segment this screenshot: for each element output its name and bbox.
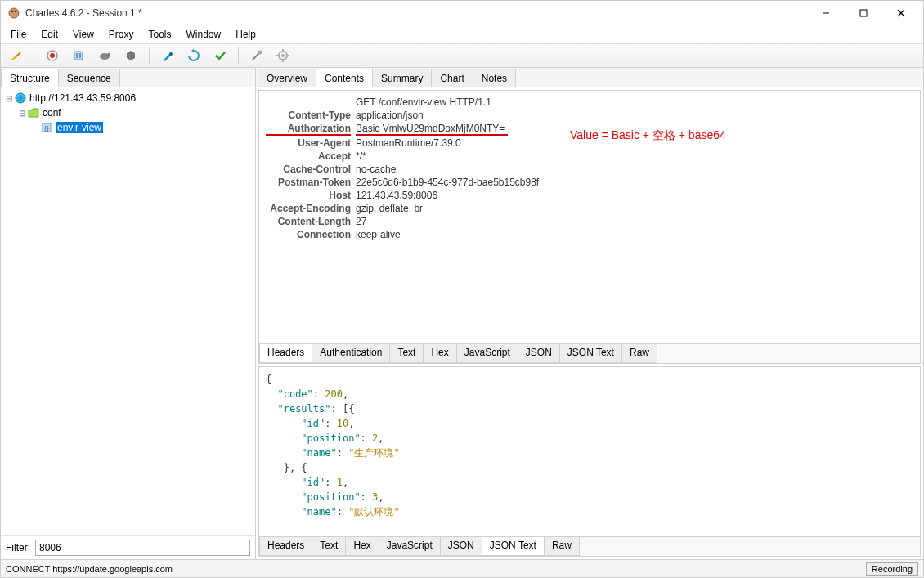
app-icon: [7, 7, 20, 20]
menu-view[interactable]: View: [66, 27, 101, 42]
request-first-line: GET /conf/envir-view HTTP/1.1: [356, 96, 913, 108]
header-row: Accept*/*: [266, 150, 913, 163]
svg-rect-12: [79, 53, 81, 58]
recording-indicator[interactable]: Recording: [866, 562, 918, 576]
tab-sequence[interactable]: Sequence: [58, 69, 120, 87]
svg-point-16: [169, 52, 173, 56]
resp-subtab-raw[interactable]: Raw: [544, 537, 580, 556]
header-value: Basic VmlwU29mdDoxMjM0NTY=: [356, 123, 508, 136]
svg-marker-17: [191, 49, 194, 52]
right-pane: OverviewContentsSummaryChartNotes GET /c…: [256, 68, 923, 559]
tree-folder-row[interactable]: ⊟ conf: [2, 105, 253, 120]
detail-tab-summary[interactable]: Summary: [372, 69, 432, 87]
svg-point-1: [11, 11, 14, 13]
header-value: 121.43.43.59:8006: [356, 190, 913, 201]
minimize-button[interactable]: [807, 1, 845, 25]
turtle-icon[interactable]: [95, 46, 114, 65]
svg-marker-15: [127, 51, 135, 60]
menu-tools[interactable]: Tools: [142, 27, 178, 42]
resp-subtab-text[interactable]: Text: [312, 537, 346, 556]
pen-icon[interactable]: [158, 46, 177, 65]
validate-icon[interactable]: [210, 46, 230, 65]
filter-input[interactable]: [35, 540, 250, 556]
breakpoint-icon[interactable]: [121, 46, 141, 65]
header-value: application/json: [356, 110, 913, 121]
maximize-button[interactable]: [845, 1, 882, 25]
svg-point-9: [50, 53, 55, 58]
header-value: 27: [356, 216, 913, 227]
header-row: Cache-Controlno-cache: [266, 163, 913, 176]
response-json-view[interactable]: { "code": 200, "results": [{ "id": 10, "…: [259, 367, 920, 536]
collapse-icon[interactable]: ⊟: [4, 94, 14, 103]
response-pane: { "code": 200, "results": [{ "id": 10, "…: [258, 366, 921, 557]
req-subtab-text[interactable]: Text: [389, 344, 424, 363]
status-text: CONNECT https://update.googleapis.com: [6, 564, 173, 574]
header-key: Host: [266, 190, 351, 201]
tab-structure[interactable]: Structure: [1, 69, 59, 87]
header-key: Cache-Control: [266, 164, 351, 175]
req-subtab-authentication[interactable]: Authentication: [312, 344, 390, 363]
svg-point-14: [107, 53, 110, 56]
session-tree[interactable]: ⊟ http://121.43.43.59:8006 ⊟ conf {} env…: [1, 87, 255, 535]
menu-file[interactable]: File: [4, 27, 33, 42]
header-row: Connectionkeep-alive: [266, 228, 913, 241]
request-headers-view[interactable]: GET /conf/envir-view HTTP/1.1 Content-Ty…: [259, 91, 920, 343]
throttle-icon[interactable]: [69, 46, 88, 65]
menu-window[interactable]: Window: [180, 27, 228, 42]
resp-subtab-json[interactable]: JSON: [440, 537, 482, 556]
header-value: keep-alive: [356, 229, 913, 240]
svg-text:{}: {}: [44, 124, 49, 132]
detail-tabs: OverviewContentsSummaryChartNotes: [256, 68, 923, 87]
broom-icon[interactable]: [6, 46, 25, 65]
title-bar: Charles 4.6.2 - Session 1 *: [1, 1, 923, 25]
settings-icon[interactable]: [273, 46, 293, 65]
detail-tab-overview[interactable]: Overview: [258, 69, 316, 87]
header-key: Accept-Encoding: [266, 203, 351, 214]
main-area: StructureSequence ⊟ http://121.43.43.59:…: [1, 68, 923, 559]
header-row: Content-Length27: [266, 215, 913, 228]
req-subtab-json-text[interactable]: JSON Text: [559, 344, 622, 363]
menu-help[interactable]: Help: [229, 27, 262, 42]
toolbar: [1, 43, 923, 68]
req-subtab-raw[interactable]: Raw: [621, 344, 657, 363]
header-key: User-Agent: [266, 137, 351, 149]
resp-subtab-json-text[interactable]: JSON Text: [482, 537, 545, 556]
svg-rect-4: [860, 10, 867, 16]
close-button[interactable]: [882, 1, 920, 25]
globe-icon: [14, 92, 27, 105]
filter-label: Filter:: [6, 542, 30, 553]
repeat-icon[interactable]: [184, 46, 204, 65]
req-subtab-headers[interactable]: Headers: [259, 344, 312, 363]
menu-proxy[interactable]: Proxy: [102, 27, 141, 42]
window-title: Charles 4.6.2 - Session 1 *: [25, 7, 807, 19]
req-subtab-hex[interactable]: Hex: [423, 344, 456, 363]
tree-leaf-row[interactable]: {} envir-view: [2, 120, 253, 135]
menu-edit[interactable]: Edit: [34, 27, 65, 42]
detail-tab-notes[interactable]: Notes: [473, 69, 516, 87]
svg-point-0: [9, 8, 19, 18]
folder-icon: [27, 106, 40, 119]
tree-host-row[interactable]: ⊟ http://121.43.43.59:8006: [2, 91, 253, 105]
status-bar: CONNECT https://update.googleapis.com Re…: [1, 559, 923, 577]
menu-bar: FileEditViewProxyToolsWindowHelp: [1, 25, 923, 43]
svg-point-20: [281, 54, 285, 57]
header-key: Authorization: [266, 123, 351, 136]
record-icon[interactable]: [43, 46, 62, 65]
resp-subtab-hex[interactable]: Hex: [345, 537, 379, 556]
request-subtabs: HeadersAuthenticationTextHexJavaScriptJS…: [259, 343, 920, 363]
resp-subtab-headers[interactable]: Headers: [259, 537, 312, 556]
header-value: no-cache: [356, 164, 913, 175]
svg-line-7: [16, 52, 20, 56]
header-value: */*: [356, 150, 913, 162]
tree-leaf-label: envir-view: [56, 122, 103, 133]
req-subtab-json[interactable]: JSON: [518, 344, 560, 363]
detail-tab-contents[interactable]: Contents: [316, 69, 373, 87]
request-pane: GET /conf/envir-view HTTP/1.1 Content-Ty…: [258, 90, 921, 364]
req-subtab-javascript[interactable]: JavaScript: [456, 344, 518, 363]
collapse-icon[interactable]: ⊟: [17, 109, 27, 118]
detail-tab-chart[interactable]: Chart: [431, 69, 473, 87]
header-value: gzip, deflate, br: [356, 203, 913, 214]
resp-subtab-javascript[interactable]: JavaScript: [379, 537, 441, 556]
header-key: Content-Length: [266, 216, 351, 227]
tools-icon[interactable]: [247, 46, 267, 65]
